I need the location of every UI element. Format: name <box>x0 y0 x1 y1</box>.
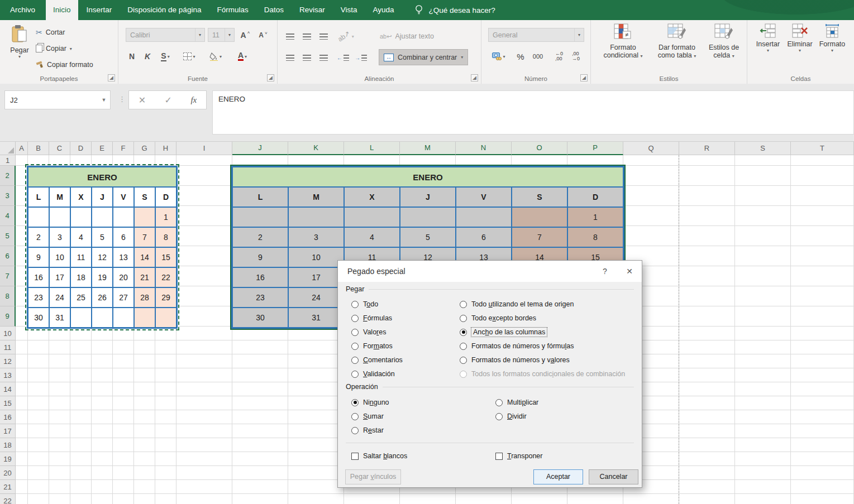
day-cell[interactable]: 10 <box>288 247 344 267</box>
radio-icon-ninguno[interactable] <box>351 399 359 406</box>
format-painter-button[interactable]: Copiar formato <box>36 58 93 71</box>
column-header-o[interactable]: O <box>512 142 567 155</box>
column-header-j[interactable]: J <box>232 142 288 155</box>
row-header-21[interactable]: 21 <box>0 480 16 494</box>
tab-formulas[interactable]: Fórmulas <box>209 0 255 20</box>
calendar-source[interactable]: ENEROLMXJVSD1234567891011121314151617181… <box>27 166 178 329</box>
dialog-title-bar[interactable]: Pegado especial ? ✕ <box>338 261 642 282</box>
cancel-entry-icon[interactable]: ✕ <box>139 95 146 105</box>
insert-function-icon[interactable]: fx <box>190 95 197 105</box>
accounting-format-button[interactable]: ▾ <box>488 49 509 64</box>
day-cell[interactable]: 1 <box>567 207 623 227</box>
day-cell[interactable]: 10 <box>49 247 70 267</box>
day-cell[interactable]: 27 <box>113 287 134 308</box>
align-top-button[interactable] <box>284 29 296 44</box>
row-header-13[interactable]: 13 <box>0 368 16 382</box>
day-cell[interactable]: 5 <box>92 227 113 247</box>
day-cell[interactable]: 23 <box>232 287 288 308</box>
formula-input[interactable]: ENERO <box>212 90 854 135</box>
confirm-entry-icon[interactable]: ✓ <box>165 95 172 105</box>
decrease-decimal-button[interactable]: ,00→0 <box>569 49 583 64</box>
radio-icon-comentarios[interactable] <box>351 357 359 364</box>
day-cell[interactable]: 9 <box>28 247 49 267</box>
radio-multiplicar[interactable]: Multiplicar <box>495 397 538 408</box>
day-cell[interactable]: 22 <box>155 267 176 287</box>
align-middle-button[interactable] <box>300 29 313 44</box>
radio-ninguno[interactable]: Ninguno <box>351 397 389 408</box>
day-cell[interactable] <box>28 207 49 227</box>
radio-todo[interactable]: Todo <box>351 299 378 310</box>
clipboard-dialog-launcher[interactable]: ◢ <box>108 74 115 81</box>
day-cell[interactable]: 1 <box>155 207 176 227</box>
row-header-10[interactable]: 10 <box>0 327 16 340</box>
number-dialog-launcher[interactable]: ◢ <box>580 74 588 81</box>
row-header-14[interactable]: 14 <box>0 382 16 396</box>
row-header-16[interactable]: 16 <box>0 410 16 424</box>
day-cell[interactable]: 8 <box>155 227 176 247</box>
conditional-formatting-button[interactable]: ≠ Formato condicional ▾ <box>597 23 650 59</box>
row-header-11[interactable]: 11 <box>0 340 16 354</box>
row-header-7[interactable]: 7 <box>0 266 16 286</box>
row-header-5[interactable]: 5 <box>0 226 16 246</box>
comma-style-button[interactable]: 000 <box>529 49 546 64</box>
row-header-22[interactable]: 22 <box>0 494 16 504</box>
insert-cells-button[interactable]: Insertar ▾ <box>753 23 783 53</box>
day-cell[interactable] <box>232 207 288 227</box>
day-cell[interactable]: 2 <box>232 227 288 247</box>
day-cell[interactable]: 8 <box>567 227 623 247</box>
tab-vista[interactable]: Vista <box>333 0 365 20</box>
copy-button[interactable]: Copiar ▾ <box>36 42 72 55</box>
day-cell[interactable]: 26 <box>92 287 113 308</box>
column-header-e[interactable]: E <box>92 142 113 155</box>
radio-formatos[interactable]: Formatos <box>351 340 393 352</box>
radio-icon-todo-excepto-bordes[interactable] <box>460 315 467 322</box>
cut-button[interactable]: ✂ Cortar <box>36 26 65 39</box>
column-header-i[interactable]: I <box>176 142 232 155</box>
day-cell[interactable]: 6 <box>456 227 512 247</box>
radio-formatos-de-numeros-y-formulas[interactable]: Formatos de números y fórmulas <box>460 340 574 352</box>
orientation-button[interactable]: ab↗▾ <box>336 29 356 44</box>
row-header-2[interactable]: 2 <box>0 166 16 186</box>
day-cell[interactable]: 14 <box>134 247 155 267</box>
radio-ancho-de-las-columnas[interactable]: Ancho de las columnas <box>460 327 547 338</box>
column-header-q[interactable]: Q <box>623 142 679 155</box>
day-cell[interactable] <box>49 207 70 227</box>
delete-cells-button[interactable]: Eliminar ▾ <box>784 23 815 53</box>
column-header-s[interactable]: S <box>735 142 791 155</box>
italic-button[interactable]: K <box>141 49 154 64</box>
day-cell[interactable] <box>400 207 456 227</box>
dialog-help-icon[interactable]: ? <box>593 267 617 276</box>
day-cell[interactable]: 24 <box>49 287 70 308</box>
column-header-t[interactable]: T <box>791 142 854 155</box>
decrease-indent-button[interactable]: ← <box>336 50 350 65</box>
radio-icon-restar[interactable] <box>351 427 359 434</box>
day-cell[interactable]: 30 <box>232 308 288 328</box>
radio-icon-formatos[interactable] <box>351 343 359 350</box>
radio-todo-excepto-bordes[interactable]: Todo excepto bordes <box>460 313 536 324</box>
column-header-h[interactable]: H <box>155 142 176 155</box>
day-cell[interactable]: 29 <box>155 287 176 308</box>
day-cell[interactable]: 11 <box>70 247 92 267</box>
align-left-button[interactable] <box>284 50 296 65</box>
day-cell[interactable]: 17 <box>288 267 344 287</box>
format-cells-button[interactable]: Formato ▾ <box>817 23 848 53</box>
day-cell[interactable]: 13 <box>113 247 134 267</box>
radio-valores[interactable]: Valores <box>351 327 386 338</box>
day-cell[interactable] <box>155 308 176 328</box>
day-cell[interactable]: 12 <box>92 247 113 267</box>
day-cell[interactable]: 16 <box>28 267 49 287</box>
checkbox-transponer[interactable]: Transponer <box>495 450 542 462</box>
row-header-12[interactable]: 12 <box>0 354 16 368</box>
day-cell[interactable]: 3 <box>288 227 344 247</box>
font-size-combo[interactable]: 11 ▾ <box>208 28 235 42</box>
day-cell[interactable] <box>134 308 155 328</box>
paste-button[interactable]: Pegar ▾ <box>7 25 32 59</box>
tab-datos[interactable]: Datos <box>257 0 291 20</box>
row-header-15[interactable]: 15 <box>0 396 16 410</box>
column-header-k[interactable]: K <box>288 142 344 155</box>
day-cell[interactable]: 25 <box>70 287 92 308</box>
tell-me-search[interactable]: ¿Qué desea hacer? <box>414 0 495 20</box>
column-header-g[interactable]: G <box>134 142 155 155</box>
radio-icon-todo-utilizando-el-tema-de-origen[interactable] <box>460 301 467 308</box>
font-dialog-launcher[interactable]: ◢ <box>267 74 274 81</box>
